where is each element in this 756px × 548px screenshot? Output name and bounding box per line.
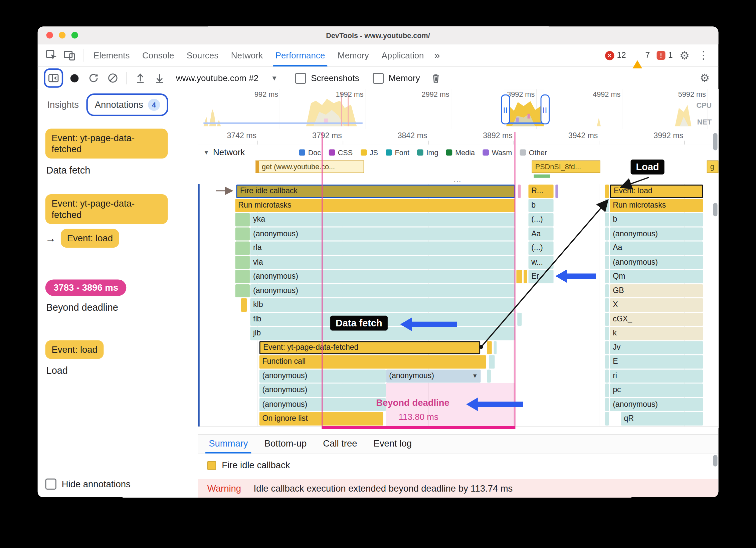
show-sidebar-button-highlighted[interactable] [44, 68, 63, 88]
flame-bar[interactable]: Event: yt-page-data-fetched [259, 341, 480, 354]
memory-toggle[interactable]: Memory [373, 72, 420, 83]
reload-and-record-button[interactable] [85, 70, 102, 86]
flame-bar[interactable]: Er [528, 270, 553, 283]
flame-bar[interactable]: X [610, 298, 703, 312]
scrollbar-thumb[interactable] [713, 455, 717, 467]
annotation-event-pill[interactable]: Event: yt-page-data-fetched [45, 194, 168, 224]
flame-fragment[interactable] [605, 312, 609, 326]
flame-fragment[interactable] [235, 241, 250, 255]
annotation-entry[interactable]: Event: loadLoad [45, 340, 198, 376]
record-button[interactable] [66, 70, 82, 86]
flame-bar[interactable]: k [610, 327, 703, 340]
flame-fragment[interactable] [605, 355, 609, 368]
flame-fragment[interactable] [235, 284, 250, 297]
clear-recording-button[interactable] [105, 70, 121, 86]
tab-application[interactable]: Application [375, 44, 430, 66]
flame-bar[interactable]: R... [528, 185, 553, 198]
tab-network[interactable]: Network [225, 44, 269, 66]
flame-bar[interactable]: cGX_ [610, 312, 703, 326]
kebab-menu-icon[interactable]: ⋮ [696, 50, 711, 61]
flame-bar[interactable]: pc [610, 383, 703, 397]
annotation-range-pill[interactable]: 3783 - 3896 ms [45, 279, 127, 296]
flame-fragment[interactable] [235, 213, 250, 226]
flame-bar[interactable]: (anonymous) [250, 270, 515, 283]
timeline-ruler[interactable]: 3742 ms3792 ms3842 ms3892 ms3942 ms3992 … [198, 129, 718, 145]
tab-console[interactable]: Console [136, 44, 180, 66]
flame-fragment[interactable] [605, 369, 609, 383]
flame-bar[interactable]: Event: load [610, 185, 703, 198]
overview-window-right-handle[interactable]: || [541, 94, 550, 124]
flame-fragment[interactable] [235, 227, 250, 241]
deadline-range-bar[interactable] [322, 426, 515, 429]
flame-bar[interactable]: yka [250, 213, 515, 226]
flame-bar[interactable]: ri [610, 369, 703, 383]
beyond-deadline-label[interactable]: Beyond deadline [376, 397, 463, 408]
flame-bar[interactable]: rla [250, 241, 515, 255]
group-expand-icon[interactable]: ▼ [472, 369, 478, 382]
screenshots-toggle[interactable]: Screenshots [295, 72, 359, 83]
overview-window-left-handle[interactable]: || [501, 94, 510, 124]
flame-bar[interactable]: (anonymous) [250, 227, 515, 241]
settings-gear-icon[interactable]: ⚙ [680, 50, 690, 61]
network-request[interactable]: get (www.youtube.co... [255, 161, 364, 173]
deadline-range-end-line[interactable] [515, 132, 516, 429]
data-fetch-annotation-label[interactable]: Data fetch [330, 316, 387, 331]
details-tab-call-tree[interactable]: Call tree [315, 434, 365, 454]
tab-insights[interactable]: Insights [45, 95, 81, 115]
flame-fragment[interactable] [605, 241, 609, 255]
flame-fragment[interactable] [235, 256, 250, 269]
flame-bar[interactable]: qR [621, 412, 703, 426]
annotation-entry[interactable]: Event: yt-page-data-fetched→Event: load [45, 194, 198, 248]
annotation-entry[interactable]: Event: yt-page-data-fetchedData fetch [45, 129, 198, 176]
annotation-event-pill[interactable]: Event: load [45, 340, 104, 359]
flame-fragment[interactable] [605, 383, 609, 397]
annotation-entry[interactable]: 3783 - 3896 msBeyond deadline [45, 279, 198, 313]
flame-bar[interactable]: GB [610, 284, 703, 297]
inspect-element-icon[interactable] [43, 47, 60, 64]
flame-fragment[interactable] [605, 341, 609, 354]
flame-fragment[interactable] [605, 256, 609, 269]
load-annotation-label[interactable]: Load [631, 160, 665, 175]
tab-elements[interactable]: Elements [87, 44, 136, 66]
flame-bar[interactable]: w... [528, 256, 553, 269]
flame-bar[interactable]: Jv [610, 341, 703, 354]
flame-fragment[interactable] [605, 412, 609, 426]
flame-chart[interactable]: Fire idle callbackR...Event: loadRun mic… [198, 184, 718, 427]
annotation-event-pill[interactable]: Event: load [61, 229, 119, 248]
flame-bar[interactable]: (anonymous) [250, 284, 515, 297]
zoom-window-button[interactable] [71, 32, 78, 38]
details-tab-summary[interactable]: Summary [201, 434, 256, 454]
flame-bar[interactable]: Function call [259, 355, 486, 368]
flame-fragment[interactable] [605, 227, 609, 241]
flame-fragment[interactable] [489, 355, 495, 368]
disclosure-triangle-icon[interactable]: ▼ [203, 149, 209, 156]
network-request[interactable]: PSDnSI_8fd... [532, 161, 600, 173]
flame-fragment[interactable] [555, 185, 558, 198]
warning-badge[interactable]: ! 7 [633, 51, 650, 60]
flame-fragment[interactable] [605, 185, 609, 198]
upload-profile-icon[interactable] [132, 70, 149, 86]
flame-bar[interactable]: Qm [610, 270, 703, 283]
download-profile-icon[interactable] [151, 70, 168, 86]
flame-bar[interactable]: (anonymous) [610, 256, 703, 269]
collect-garbage-icon[interactable] [428, 70, 444, 86]
flame-bar[interactable]: b [528, 199, 553, 212]
flame-bar[interactable]: klb [250, 298, 515, 312]
network-request[interactable]: g [707, 161, 719, 173]
issues-badge[interactable]: ! 1 [656, 51, 673, 60]
flame-fragment[interactable] [241, 298, 247, 312]
annotation-event-pill[interactable]: Event: yt-page-data-fetched [45, 129, 168, 159]
hide-annotations-toggle[interactable]: Hide annotations [45, 479, 131, 490]
flame-bar[interactable]: Aa [528, 227, 553, 241]
flame-bar[interactable]: (anonymous) [610, 398, 703, 411]
flame-bar[interactable]: (anonymous) [610, 227, 703, 241]
network-track-header[interactable]: ▼ Network [203, 148, 245, 158]
flame-bar[interactable]: Run microtasks [235, 199, 515, 212]
flame-bar[interactable]: Aa [610, 241, 703, 255]
tab-sources[interactable]: Sources [180, 44, 225, 66]
flame-fragment[interactable] [518, 185, 521, 198]
details-tab-event-log[interactable]: Event log [365, 434, 420, 454]
flame-bar[interactable]: vla [250, 256, 515, 269]
flame-fragment[interactable] [605, 270, 609, 283]
more-tabs-icon[interactable]: » [430, 49, 444, 62]
